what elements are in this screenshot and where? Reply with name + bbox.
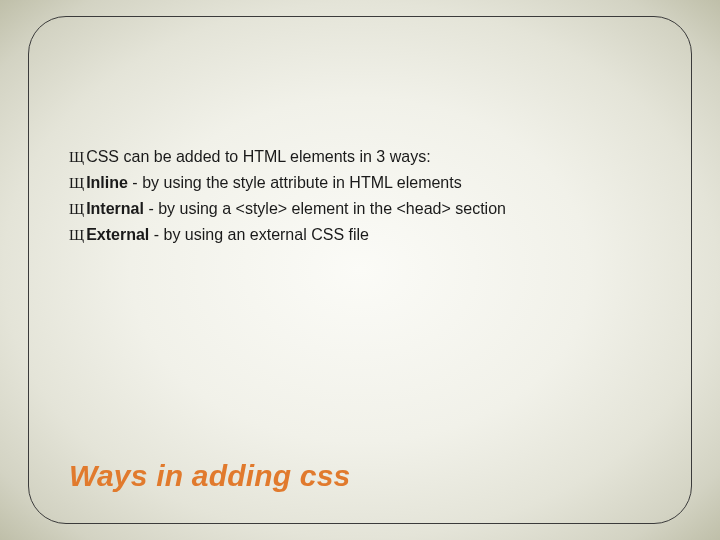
bullet-item: ЩInternal - by using a <style> element i… bbox=[69, 197, 651, 221]
bullet-text: - by using a <style> element in the <hea… bbox=[144, 200, 506, 217]
bullet-bold: Inline bbox=[86, 174, 128, 191]
bullet-bold: External bbox=[86, 226, 149, 243]
bullet-list: ЩCSS can be added to HTML elements in 3 … bbox=[69, 145, 651, 247]
bullet-text: CSS can be added to HTML elements in 3 w… bbox=[86, 148, 430, 165]
bullet-glyph-icon: Щ bbox=[69, 201, 86, 217]
bullet-item: ЩInline - by using the style attribute i… bbox=[69, 171, 651, 195]
bullet-item: ЩCSS can be added to HTML elements in 3 … bbox=[69, 145, 651, 169]
bullet-item: ЩExternal - by using an external CSS fil… bbox=[69, 223, 651, 247]
bullet-bold: Internal bbox=[86, 200, 144, 217]
bullet-glyph-icon: Щ bbox=[69, 227, 86, 243]
bullet-glyph-icon: Щ bbox=[69, 149, 86, 165]
bullet-glyph-icon: Щ bbox=[69, 175, 86, 191]
slide-title: Ways in adding css bbox=[69, 459, 350, 493]
bullet-text: - by using an external CSS file bbox=[149, 226, 369, 243]
bullet-text: - by using the style attribute in HTML e… bbox=[128, 174, 462, 191]
slide-stage: ЩCSS can be added to HTML elements in 3 … bbox=[0, 0, 720, 540]
slide-frame: ЩCSS can be added to HTML elements in 3 … bbox=[28, 16, 692, 524]
